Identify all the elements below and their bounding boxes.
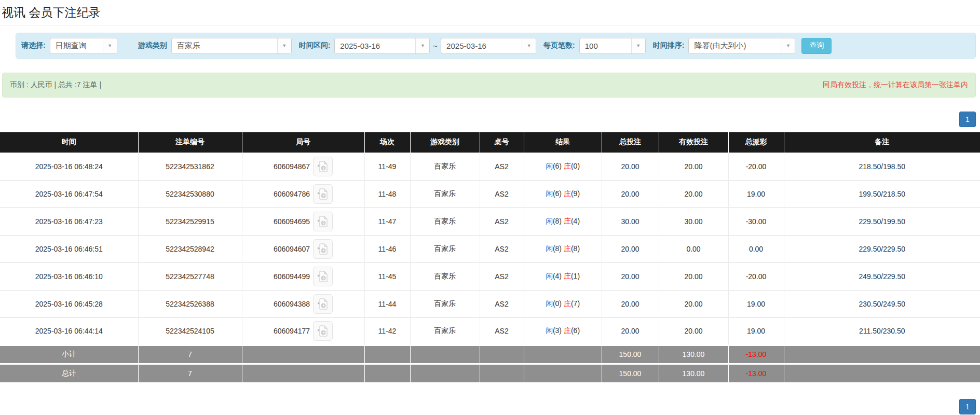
cell-remark: 211.50/230.50 [784,317,980,345]
cell-session: 11-42 [364,317,410,345]
cell-total-bet[interactable]: 20.00 [602,290,659,317]
cell-round-id: 606094786 [242,180,364,208]
total-valid-bet: 130.00 [659,364,728,382]
cell-remark: 218.50/198.50 [784,153,980,180]
cell-bet-id: 522342531862 [138,153,242,180]
cell-total-bet[interactable]: 30.00 [602,208,659,235]
page-size-select[interactable]: 100 ▼ [579,38,646,54]
cell-result: 闲(8) 庄(4) [524,208,602,235]
date-mode-select[interactable]: 日期查询 ▼ [50,38,117,54]
video-replay-button[interactable] [313,184,333,204]
subtotal-valid-bet: 130.00 [659,345,728,364]
subtotal-payout: -13.00 [728,345,784,364]
cell-round-id: 606094607 [242,235,364,262]
col-header-total-bet: 总投注 [602,132,659,153]
cell-total-bet[interactable]: 20.00 [602,235,659,262]
chevron-down-icon[interactable]: ▼ [103,38,117,53]
chevron-down-icon[interactable]: ▼ [277,38,291,53]
result-banker-label: 庄 [564,299,571,308]
bet-records-table: 时间 注单编号 局号 场次 游戏类别 桌号 结果 总投注 有效投注 总派彩 备注… [0,132,980,382]
subtotal-row: 小计 7 150.00 130.00 -13.00 [0,345,980,364]
col-header-remark: 备注 [784,132,980,153]
pagination-top: 1 [0,112,976,127]
result-score: (1) [571,272,580,280]
cell-payout: 19.00 [728,290,784,317]
video-replay-button[interactable] [313,157,333,176]
table-row: 2025-03-16 06:48:24522342531862606094867… [0,153,980,180]
date-to-select[interactable]: 2025-03-16 ▼ [441,38,536,54]
chevron-down-icon[interactable]: ▼ [415,38,429,53]
chevron-down-icon[interactable]: ▼ [631,38,645,53]
video-replay-button[interactable] [313,294,333,314]
round-id-value: 606094695 [274,217,310,226]
search-button[interactable]: 查询 [801,38,832,54]
chevron-down-icon[interactable]: ▼ [781,38,795,53]
time-sort-select[interactable]: 降幂(由大到小) ▼ [688,38,795,54]
chevron-down-icon[interactable]: ▼ [522,38,536,53]
time-sort-value: 降幂(由大到小) [689,38,781,53]
result-score: (0) [553,299,562,308]
film-icon [317,270,329,283]
result-score: (7) [571,299,580,308]
cell-game-type: 百家乐 [410,208,480,235]
col-header-session: 场次 [364,132,410,153]
cell-bet-id: 522342528942 [138,235,242,262]
col-header-game-type: 游戏类别 [410,132,480,153]
col-header-round-id: 局号 [242,132,364,153]
page-1-button[interactable]: 1 [959,399,976,414]
cell-round-id: 606094177 [242,317,364,345]
result-banker-label: 庄 [564,326,571,335]
round-id-value: 606094499 [274,272,310,281]
cell-payout: -20.00 [728,262,784,290]
table-row: 2025-03-16 06:46:10522342527748606094499… [0,262,980,290]
total-row: 总计 7 150.00 130.00 -13.00 [0,364,980,382]
cell-total-bet[interactable]: 20.00 [602,262,659,290]
table-row: 2025-03-16 06:44:14522342524105606094177… [0,317,980,345]
result-score: (6) [553,189,562,198]
game-type-select[interactable]: 百家乐 ▼ [171,38,292,54]
cell-remark: 230.50/249.50 [784,290,980,317]
round-id-value: 606094867 [274,162,310,171]
cell-valid-bet: 30.00 [659,208,728,235]
cell-round-id: 606094695 [242,208,364,235]
cell-valid-bet: 20.00 [659,317,728,345]
page-1-button[interactable]: 1 [959,112,976,127]
cell-total-bet[interactable]: 20.00 [602,153,659,180]
film-icon [317,188,329,200]
summary-notice-bar: 币别 : 人民币 | 总共 :7 注单 | 同局有效投注，统一计算在该局第一张注… [2,73,976,98]
result-score: (6) [553,162,562,170]
video-replay-button[interactable] [313,321,333,341]
time-range-label: 时间区间: [299,41,331,50]
film-icon [317,243,329,255]
round-id-value: 606094177 [274,327,310,335]
video-replay-button[interactable] [313,212,333,231]
result-player-label: 闲 [546,162,553,170]
result-score: (8) [571,244,580,253]
cell-result: 闲(4) 庄(1) [524,262,602,290]
cell-game-type: 百家乐 [410,180,480,208]
cell-total-bet[interactable]: 20.00 [602,317,659,345]
cell-table-no: AS2 [480,208,524,235]
cell-bet-id: 522342524105 [138,317,242,345]
video-replay-button[interactable] [313,239,333,259]
cell-game-type: 百家乐 [410,317,480,345]
cell-round-id: 606094388 [242,290,364,317]
film-icon [317,160,329,173]
cell-payout: 19.00 [728,180,784,208]
cell-valid-bet: 0.00 [659,235,728,262]
total-count: 7 [138,364,242,382]
col-header-bet-id: 注单编号 [138,132,242,153]
result-score: (0) [571,162,580,170]
page-size-value: 100 [580,38,631,53]
table-row: 2025-03-16 06:45:28522342526388606094388… [0,290,980,317]
video-replay-button[interactable] [313,267,333,286]
film-icon [317,298,329,310]
table-row: 2025-03-16 06:46:51522342528942606094607… [0,235,980,262]
date-from-select[interactable]: 2025-03-16 ▼ [334,38,430,54]
cell-total-bet[interactable]: 20.00 [602,180,659,208]
date-from-value: 2025-03-16 [335,38,415,53]
valid-bet-notice-text: 同局有效投注，统一计算在该局第一张注单内 [823,80,968,90]
cell-session: 11-46 [364,235,410,262]
cell-valid-bet: 20.00 [659,153,728,180]
table-header-row: 时间 注单编号 局号 场次 游戏类别 桌号 结果 总投注 有效投注 总派彩 备注 [0,132,980,153]
